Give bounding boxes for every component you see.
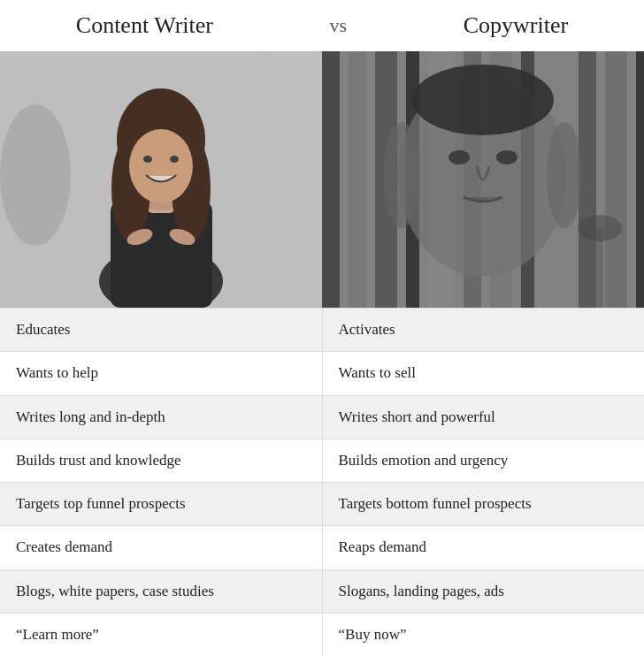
left-cell: Builds trust and knowledge (0, 439, 323, 482)
copywriter-image (322, 51, 644, 308)
comparison-row: Wants to helpWants to sell (0, 351, 644, 394)
right-cell: Writes short and powerful (323, 396, 645, 439)
right-cell: “Buy now” (323, 614, 645, 656)
left-cell: “Learn more” (0, 614, 323, 656)
copywriter-title: Copywriter (464, 12, 568, 39)
comparison-row: Builds trust and knowledgeBuilds emotion… (0, 439, 644, 482)
comparison-row: EducatesActivates (0, 308, 644, 351)
vs-label: vs (330, 14, 348, 37)
header: Content Writer vs Copywriter (0, 0, 644, 51)
comparison-table: EducatesActivatesWants to helpWants to s… (0, 308, 644, 656)
comparison-row: Targets top funnel prospectsTargets bott… (0, 482, 644, 525)
svg-point-38 (578, 215, 622, 241)
right-cell: Activates (323, 309, 645, 351)
content-writer-title: Content Writer (76, 12, 213, 39)
left-cell: Wants to help (0, 352, 323, 394)
right-cell: Slogans, landing pages, ads (323, 570, 645, 613)
comparison-row: Creates demandReaps demand (0, 525, 644, 568)
right-cell: Targets bottom funnel prospects (323, 483, 645, 525)
left-cell: Targets top funnel prospects (0, 483, 323, 525)
left-cell: Blogs, white papers, case studies (0, 570, 323, 613)
right-cell: Wants to sell (323, 352, 645, 394)
left-cell: Educates (0, 309, 323, 351)
content-writer-image (0, 51, 322, 308)
svg-rect-16 (0, 51, 322, 308)
left-cell: Creates demand (0, 526, 323, 568)
left-cell: Writes long and in-depth (0, 396, 323, 439)
right-cell: Builds emotion and urgency (323, 439, 645, 482)
images-row (0, 51, 644, 308)
comparison-row: Blogs, white papers, case studiesSlogans… (0, 569, 644, 613)
right-cell: Reaps demand (323, 526, 645, 568)
comparison-row: Writes long and in-depthWrites short and… (0, 395, 644, 439)
comparison-row: “Learn more”“Buy now” (0, 613, 644, 656)
page-wrapper: Content Writer vs Copywriter (0, 0, 644, 656)
svg-rect-36 (322, 51, 644, 308)
